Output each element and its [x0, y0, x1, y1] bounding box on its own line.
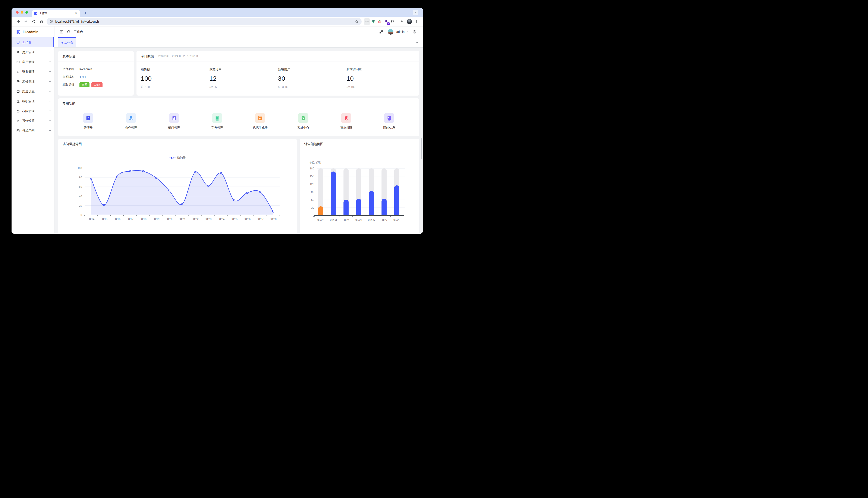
quick-item-管理员[interactable]: 管理员 [67, 113, 110, 130]
svg-text:08/17: 08/17 [127, 218, 133, 221]
sidebar-item-1[interactable]: 用户管理 [12, 47, 54, 57]
organization-icon [16, 100, 20, 103]
version-row-value: likeadmin [79, 67, 92, 71]
browser-menu-kebab-icon[interactable] [413, 18, 420, 25]
sidebar-item-label: 组织管理 [22, 99, 49, 103]
quick-item-部门管理[interactable]: 部门管理 [153, 113, 196, 130]
material-icon [298, 113, 308, 123]
fullscreen-icon[interactable] [378, 28, 385, 36]
tab-search-chevron-icon[interactable] [413, 10, 418, 15]
gitee-button[interactable]: Gitee [91, 82, 103, 87]
visits-line-chart[interactable]: 02040608010008/1408/1508/1608/1708/1808/… [58, 160, 297, 224]
svg-text:08/21: 08/21 [179, 218, 186, 221]
browser-tabstrip: LA 工作台 ✕ + [12, 8, 423, 17]
lock-icon [16, 109, 20, 113]
stat-value: 10 [346, 75, 415, 82]
forward-icon[interactable] [22, 18, 30, 25]
active-tab-dot [62, 42, 63, 43]
site-info-icon[interactable] [50, 19, 53, 23]
official-site-button[interactable]: 官网 [79, 82, 89, 87]
svg-text:08/16: 08/16 [114, 218, 120, 221]
quick-item-label: 菜单权限 [340, 126, 352, 130]
refresh-page-icon[interactable] [65, 28, 73, 36]
sidebar-menu: 工作台用户管理应用管理财务管理装修管理渠道设置组织管理权限管理系统设置模板示例 [12, 37, 54, 234]
svg-text:80: 80 [79, 176, 82, 179]
home-icon[interactable] [38, 18, 45, 25]
browser-tab[interactable]: LA 工作台 ✕ [32, 10, 80, 17]
visits-trend-card: 访问量趋势图 访问量 02040608010008/1408/1508/1608… [58, 139, 297, 234]
user-menu[interactable]: admin [396, 30, 408, 34]
app-logo[interactable]: likeadmin [12, 26, 54, 37]
quick-item-代码生成器[interactable]: 代码生成器 [239, 113, 282, 130]
sqlmap-extension-icon[interactable]: SQ [376, 18, 383, 25]
tab-close-icon[interactable]: ✕ [74, 12, 78, 15]
sidebar-item-3[interactable]: 财务管理 [12, 67, 54, 77]
version-row-label: 当前版本 [62, 75, 79, 79]
update-time: 更新时间： 2024-08-28 18:36:33 [157, 54, 198, 58]
header-right-cluster: admin [378, 28, 418, 36]
settings-gear-icon[interactable] [411, 28, 418, 36]
svg-text:90: 90 [311, 191, 314, 194]
vue-devtools-extension-icon[interactable] [370, 18, 376, 25]
breadcrumb: 工作台 [74, 30, 378, 34]
browser-window: LA 工作台 ✕ + localhost:5173/admin/workbenc… [12, 8, 423, 234]
svg-text:08/23: 08/23 [205, 218, 212, 221]
purple-extension-icon[interactable]: 5 [383, 18, 390, 25]
quick-item-角色管理[interactable]: 角色管理 [110, 113, 153, 130]
chevron-down-icon [49, 80, 51, 83]
svg-text:08/14: 08/14 [88, 218, 94, 221]
sidebar-item-2[interactable]: 应用管理 [12, 57, 54, 67]
close-window-button[interactable] [16, 11, 18, 14]
quick-item-素材中心[interactable]: 素材中心 [282, 113, 325, 130]
user-avatar[interactable] [388, 29, 393, 35]
extensions-puzzle-icon[interactable] [390, 18, 396, 25]
sidebar-item-5[interactable]: 渠道设置 [12, 87, 54, 96]
collapse-sidebar-icon[interactable] [58, 28, 65, 36]
sidebar-item-label: 权限管理 [22, 109, 49, 113]
page-tab-workbench[interactable]: 工作台 [58, 37, 76, 47]
quick-item-字典管理[interactable]: 字典管理 [196, 113, 239, 130]
sidebar-item-9[interactable]: 模板示例 [12, 126, 54, 135]
sidebar-item-4[interactable]: 装修管理 [12, 77, 54, 87]
zoom-window-button[interactable] [25, 11, 28, 14]
page-scrollbar-thumb[interactable] [421, 138, 422, 159]
url-text[interactable]: localhost:5173/admin/workbench [55, 20, 355, 23]
traffic-lights [16, 11, 28, 14]
stat-value: 100 [141, 75, 209, 82]
sidebar-item-label: 渠道设置 [22, 89, 49, 93]
svg-text:20: 20 [79, 204, 82, 207]
svg-text:150: 150 [310, 175, 314, 178]
bookmark-star-icon[interactable] [355, 19, 359, 24]
gear-icon [16, 119, 20, 123]
svg-text:08/26: 08/26 [368, 219, 375, 222]
browser-profile-avatar[interactable] [407, 19, 412, 24]
stat-total: 总: 100 [346, 85, 415, 89]
chevron-down-icon [49, 100, 51, 102]
sidebar-item-7[interactable]: 权限管理 [12, 106, 54, 116]
role-icon [126, 113, 136, 123]
new-tab-button[interactable]: + [83, 11, 88, 16]
downloads-icon[interactable] [398, 18, 405, 25]
sidebar-item-8[interactable]: 系统设置 [12, 116, 54, 126]
app-header: 工作台 admin [54, 26, 423, 37]
sidebar-item-label: 工作台 [22, 40, 51, 44]
toolbar-separator [397, 19, 397, 24]
unit-label: 单位（万） [309, 161, 323, 165]
url-bar[interactable]: localhost:5173/admin/workbench [47, 18, 361, 25]
page-tab-label: 工作台 [64, 41, 73, 44]
minimize-window-button[interactable] [21, 11, 23, 14]
quick-item-菜单权限[interactable]: 菜单权限 [325, 113, 368, 130]
react-devtools-extension-icon[interactable] [364, 18, 370, 25]
tabbar-more-chevron-icon[interactable] [416, 37, 419, 47]
sales-bar-chart[interactable]: 030609012015018008/2208/2308/2408/2508/2… [299, 165, 419, 224]
quick-item-网站信息[interactable]: 网站信息 [368, 113, 411, 130]
svg-text:0: 0 [313, 214, 314, 217]
svg-text:08/15: 08/15 [101, 218, 107, 221]
reload-icon[interactable] [30, 18, 38, 25]
main-area: 工作台 admin [54, 26, 423, 234]
sidebar-item-6[interactable]: 组织管理 [12, 96, 54, 106]
back-icon[interactable] [14, 18, 22, 25]
visits-legend[interactable]: 访问量 [58, 156, 297, 160]
sidebar-item-0[interactable]: 工作台 [12, 37, 54, 47]
tab-favicon: LA [34, 12, 37, 15]
